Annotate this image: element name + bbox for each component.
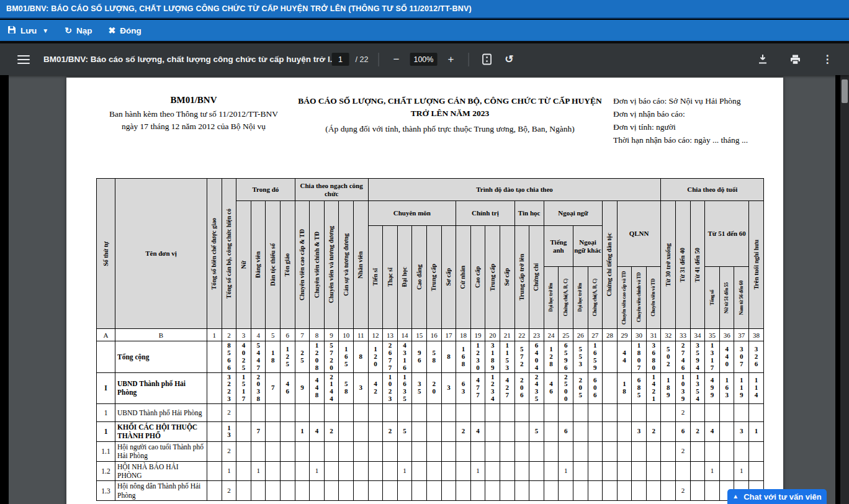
data-cell: 1 xyxy=(470,461,485,481)
th-tuoi-31-40: Từ 31 đến 40 xyxy=(676,201,691,329)
column-index-cell: 33 xyxy=(676,329,691,341)
print-icon[interactable] xyxy=(787,52,803,68)
data-cell xyxy=(514,422,529,442)
load-button[interactable]: ↻ Nạp xyxy=(65,26,92,35)
chat-button[interactable]: ▲ Chat với tư vấn viên xyxy=(727,489,827,504)
data-cell xyxy=(295,461,310,481)
column-index-cell: B xyxy=(115,329,207,341)
data-cell xyxy=(207,481,222,501)
column-index-cell: 11 xyxy=(354,329,369,341)
data-cell xyxy=(426,461,441,481)
data-cell xyxy=(485,461,500,481)
data-cell xyxy=(310,441,325,461)
data-cell: 4 0 2 5 xyxy=(236,341,251,373)
data-cell: 1 6 5 9 xyxy=(588,341,603,373)
data-cell: 4 7 7 xyxy=(470,372,485,404)
close-button-label: Đóng xyxy=(120,26,142,35)
data-cell xyxy=(281,481,295,501)
column-index-cell: 10 xyxy=(339,329,354,341)
th-cvc: Chuyên viên chính & TĐ xyxy=(310,201,325,329)
th-group-51-60: Từ 51 đến 60 xyxy=(705,201,749,267)
pdf-toolbar-right: ⋮ xyxy=(755,52,835,68)
meta-line: Đơn vị tính: người xyxy=(613,121,781,134)
data-cell xyxy=(573,461,588,481)
data-cell xyxy=(544,422,559,442)
data-cell: 3 6 8 0 xyxy=(646,341,661,373)
data-cell xyxy=(588,441,603,461)
data-cell xyxy=(207,404,222,422)
data-cell xyxy=(690,461,705,481)
data-cell: 6 8 5 xyxy=(632,372,647,404)
data-cell: 1 xyxy=(749,422,764,442)
data-cell: 7 xyxy=(251,422,266,442)
data-cell: 1 xyxy=(310,461,325,481)
data-cell xyxy=(324,481,339,501)
data-cell: 6 4 0 4 xyxy=(529,341,544,373)
rotate-icon[interactable]: ↺ xyxy=(501,52,517,68)
data-cell xyxy=(646,461,661,481)
data-cell xyxy=(485,422,500,442)
menu-icon[interactable] xyxy=(17,55,30,64)
th-dang-vien: Đảng viên xyxy=(251,201,266,329)
row-stt: 1.2 xyxy=(97,461,115,481)
data-cell: 1 1 5 3 xyxy=(500,341,514,373)
data-cell: 4 2 7 xyxy=(500,372,514,404)
download-icon[interactable] xyxy=(755,52,771,68)
save-button[interactable]: Lưu ▼ xyxy=(7,25,48,36)
data-cell xyxy=(749,441,764,461)
data-cell: 1 1 9 xyxy=(734,372,749,404)
document-header: BM01/BNV Ban hành kèm theo Thông tư số 1… xyxy=(66,95,783,147)
column-index-cell: 6 xyxy=(281,329,295,341)
data-cell xyxy=(514,461,529,481)
zoom-in-button[interactable]: + xyxy=(443,54,458,65)
data-cell xyxy=(412,422,427,442)
report-title: BÁO CÁO SỐ LƯỢNG, CHẤT LƯỢNG CÁN BỘ, CÔN… xyxy=(298,95,602,120)
th-tuoi-30: Từ 30 trở xuống xyxy=(661,201,676,329)
data-cell xyxy=(236,404,251,422)
data-cell: 1 6 5 xyxy=(339,341,354,373)
close-button[interactable]: ✖ Đóng xyxy=(108,26,141,35)
th-group-qlnn: QLNN xyxy=(617,201,661,267)
data-cell xyxy=(719,422,734,442)
data-cell xyxy=(470,481,485,501)
app-toolbar: Lưu ▼ ↻ Nạp ✖ Đóng xyxy=(0,20,849,41)
scrollbar-thumb[interactable] xyxy=(842,79,848,103)
data-cell: 5 8 xyxy=(339,372,354,404)
data-cell: 4 xyxy=(705,422,720,442)
data-cell xyxy=(266,461,281,481)
data-cell xyxy=(603,441,618,461)
th-cvcc: Chuyên viên cao cấp & TĐ xyxy=(295,201,310,329)
th-nhan-vien: Nhân viên xyxy=(354,201,369,329)
data-cell: 6 xyxy=(559,422,573,442)
data-cell xyxy=(266,404,281,422)
data-cell: 1 3 xyxy=(222,422,236,442)
zoom-out-button[interactable]: − xyxy=(389,54,403,65)
scrollbar[interactable] xyxy=(840,75,849,504)
data-cell: 3 1 8 9 xyxy=(485,341,500,373)
fit-to-page-icon[interactable] xyxy=(478,52,495,68)
more-options-icon[interactable]: ⋮ xyxy=(819,52,835,68)
data-cell xyxy=(295,441,310,461)
data-cell: 4 6 xyxy=(544,372,559,404)
data-cell xyxy=(251,441,266,461)
data-cell xyxy=(207,461,222,481)
data-cell xyxy=(412,441,427,461)
column-index-cell: 5 xyxy=(266,329,281,341)
data-cell xyxy=(705,481,720,501)
data-cell: 1 4 2 1 xyxy=(646,372,661,404)
th-ta-chung-chi: Chứng chỉ(A, B, C) xyxy=(559,267,573,329)
column-index-cell: 25 xyxy=(559,329,573,341)
data-cell: 2 0 5 xyxy=(573,372,588,404)
column-index-cell: 38 xyxy=(749,329,764,341)
data-cell xyxy=(383,481,398,501)
data-cell xyxy=(544,404,559,422)
data-cell xyxy=(354,441,369,461)
data-cell: 3 xyxy=(354,372,369,404)
data-cell xyxy=(456,441,471,461)
data-cell xyxy=(573,441,588,461)
data-cell: 1 xyxy=(222,461,236,481)
page-number-input[interactable] xyxy=(332,53,349,66)
data-cell: 1 5 1 7 xyxy=(236,372,251,404)
data-cell xyxy=(207,341,222,373)
data-cell xyxy=(485,404,500,422)
